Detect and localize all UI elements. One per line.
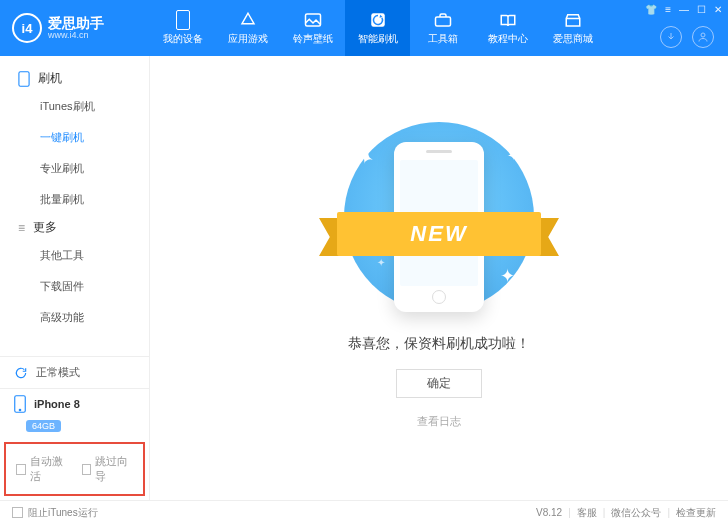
sidebar-item-oneclick[interactable]: 一键刷机 bbox=[0, 122, 149, 153]
svg-rect-2 bbox=[435, 17, 450, 26]
store-icon bbox=[564, 11, 582, 29]
window-controls: 👕 ≡ — ☐ ✕ bbox=[645, 4, 722, 15]
svg-point-3 bbox=[701, 33, 705, 37]
mode-row[interactable]: 正常模式 bbox=[0, 357, 149, 389]
phone-icon bbox=[18, 71, 30, 87]
success-message: 恭喜您，保资料刷机成功啦！ bbox=[348, 335, 530, 353]
apps-icon bbox=[239, 11, 257, 29]
device-row[interactable]: iPhone 8 bbox=[0, 389, 149, 419]
phone-icon bbox=[174, 11, 192, 29]
refresh-icon bbox=[14, 366, 28, 380]
refresh-icon bbox=[369, 11, 387, 29]
wechat-link[interactable]: 微信公众号 bbox=[611, 506, 661, 520]
svg-rect-4 bbox=[19, 71, 29, 86]
checkbox-block-itunes[interactable] bbox=[12, 507, 23, 518]
app-title: 爱思助手 bbox=[48, 16, 104, 31]
nav-toolbox[interactable]: 工具箱 bbox=[410, 0, 475, 56]
nav-my-device[interactable]: 我的设备 bbox=[150, 0, 215, 56]
header: i4 爱思助手 www.i4.cn 我的设备 应用游戏 铃声壁纸 智能刷机 工具… bbox=[0, 0, 728, 56]
nav-tabs: 我的设备 应用游戏 铃声壁纸 智能刷机 工具箱 教程中心 爱思商城 bbox=[150, 0, 605, 56]
nav-ringtones[interactable]: 铃声壁纸 bbox=[280, 0, 345, 56]
checkbox-auto-activate[interactable]: 自动激活 bbox=[16, 454, 68, 484]
sidebar-item-batch[interactable]: 批量刷机 bbox=[0, 184, 149, 215]
checkbox-skip-guide[interactable]: 跳过向导 bbox=[82, 454, 134, 484]
logo-icon: i4 bbox=[12, 13, 42, 43]
footer: 阻止iTunes运行 V8.12 | 客服 | 微信公众号 | 检查更新 bbox=[0, 500, 728, 524]
main-content: ✦ ✦ ✦ ✦ NEW 恭喜您，保资料刷机成功啦！ 确定 查看日志 bbox=[150, 56, 728, 500]
sidebar-item-itunes[interactable]: iTunes刷机 bbox=[0, 91, 149, 122]
support-link[interactable]: 客服 bbox=[577, 506, 597, 520]
success-illustration: ✦ ✦ ✦ ✦ NEW bbox=[339, 117, 539, 317]
user-button[interactable] bbox=[692, 26, 714, 48]
image-icon bbox=[304, 11, 322, 29]
close-icon[interactable]: ✕ bbox=[714, 4, 722, 15]
sidebar: 刷机 iTunes刷机 一键刷机 专业刷机 批量刷机 ≡ 更多 其他工具 下载固… bbox=[0, 56, 150, 500]
nav-flash[interactable]: 智能刷机 bbox=[345, 0, 410, 56]
header-right-icons bbox=[660, 26, 714, 48]
sidebar-group-more: ≡ 更多 bbox=[0, 215, 149, 240]
sidebar-group-flash: 刷机 bbox=[0, 66, 149, 91]
nav-apps[interactable]: 应用游戏 bbox=[215, 0, 280, 56]
sidebar-item-pro[interactable]: 专业刷机 bbox=[0, 153, 149, 184]
nav-store[interactable]: 爱思商城 bbox=[540, 0, 605, 56]
toolbox-icon bbox=[434, 11, 452, 29]
highlighted-options: 自动激活 跳过向导 bbox=[4, 442, 145, 496]
maximize-icon[interactable]: ☐ bbox=[697, 4, 706, 15]
svg-point-6 bbox=[19, 409, 21, 411]
book-icon bbox=[499, 11, 517, 29]
confirm-button[interactable]: 确定 bbox=[396, 369, 482, 398]
new-ribbon: NEW bbox=[319, 212, 559, 256]
logo-area: i4 爱思助手 www.i4.cn bbox=[0, 13, 150, 43]
sidebar-item-other[interactable]: 其他工具 bbox=[0, 240, 149, 271]
sidebar-item-download[interactable]: 下载固件 bbox=[0, 271, 149, 302]
phone-icon bbox=[14, 395, 26, 413]
app-url: www.i4.cn bbox=[48, 31, 104, 40]
sidebar-item-advanced[interactable]: 高级功能 bbox=[0, 302, 149, 333]
view-log-link[interactable]: 查看日志 bbox=[417, 414, 461, 429]
nav-tutorials[interactable]: 教程中心 bbox=[475, 0, 540, 56]
menu-icon[interactable]: ≡ bbox=[665, 4, 671, 15]
download-button[interactable] bbox=[660, 26, 682, 48]
minimize-icon[interactable]: — bbox=[679, 4, 689, 15]
block-itunes-label: 阻止iTunes运行 bbox=[28, 506, 98, 520]
update-link[interactable]: 检查更新 bbox=[676, 506, 716, 520]
version-label: V8.12 bbox=[536, 507, 562, 518]
storage-badge: 64GB bbox=[26, 420, 61, 432]
shirt-icon[interactable]: 👕 bbox=[645, 4, 657, 15]
